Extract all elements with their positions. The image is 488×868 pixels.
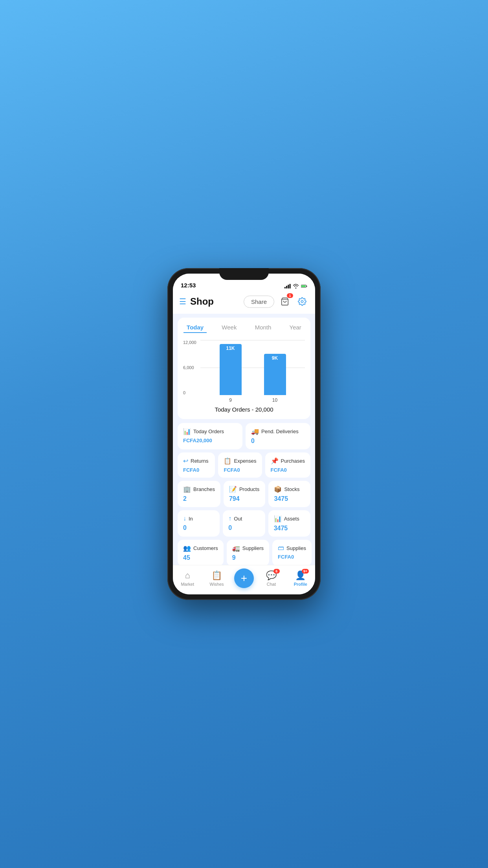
- page-title: Shop: [190, 296, 214, 307]
- card-branches[interactable]: 🏢 Branches 2: [178, 481, 220, 507]
- bar-label-1: 11K: [226, 346, 235, 351]
- bars-row: 11K 9K: [200, 340, 305, 395]
- tab-month[interactable]: Month: [252, 322, 275, 333]
- time-tabs-row: Today Week Month Year: [178, 322, 310, 337]
- chat-icon: 💬 6: [266, 570, 277, 581]
- settings-icon: [298, 297, 306, 306]
- pend-deliveries-title: Pend. Deliveries: [261, 428, 299, 434]
- suppliers-header: 🚛 Suppliers: [232, 544, 264, 552]
- supplies-header: 🗃 Supplies: [278, 544, 306, 552]
- bar-1: 11K: [220, 344, 242, 395]
- x-label-1: 9: [220, 397, 242, 403]
- profile-label: Profile: [294, 582, 307, 587]
- signal-icon: [284, 284, 291, 289]
- card-stocks[interactable]: 📦 Stocks 3475: [268, 481, 310, 507]
- supplies-value: FCFA0: [278, 554, 306, 560]
- bar-group-2: 9K: [264, 354, 286, 395]
- header-right: Share 1: [244, 295, 309, 308]
- card-supplies[interactable]: 🗃 Supplies FCFA0: [272, 540, 312, 565]
- card-today-orders[interactable]: 📊 Today Orders FCFA20,000: [178, 423, 242, 449]
- status-icons: [284, 284, 307, 289]
- bottom-nav: ⌂ Market 📋 Wishes + 💬 6 Chat 👤 9+: [173, 565, 315, 594]
- nav-market[interactable]: ⌂ Market: [176, 570, 199, 587]
- returns-title: Returns: [191, 458, 209, 464]
- out-title: Out: [234, 516, 242, 522]
- card-products[interactable]: 📝 Products 794: [224, 481, 266, 507]
- card-returns[interactable]: ↩ Returns FCFA0: [178, 452, 215, 478]
- card-in[interactable]: ↓ In 0: [178, 510, 220, 537]
- tab-today[interactable]: Today: [183, 322, 207, 333]
- expenses-value: FCFA0: [224, 467, 256, 473]
- main-content: Today Week Month Year 12,000 6,000 0: [173, 314, 315, 565]
- phone-frame: 12:53: [167, 268, 321, 600]
- card-purchases[interactable]: 📌 Purchases FCFA0: [265, 452, 310, 478]
- wishes-label: Wishes: [210, 582, 224, 587]
- customers-header: 👥 Customers: [183, 544, 218, 552]
- x-label-2: 10: [264, 397, 286, 403]
- notch: [219, 268, 269, 280]
- y-label-mid: 6,000: [183, 365, 196, 370]
- purchases-icon: 📌: [271, 457, 279, 465]
- card-customers[interactable]: 👥 Customers 45: [178, 540, 224, 565]
- svg-rect-3: [290, 284, 291, 288]
- purchases-value: FCFA0: [271, 467, 305, 473]
- settings-button[interactable]: [295, 295, 309, 308]
- branches-header: 🏢 Branches: [183, 485, 215, 493]
- svg-rect-2: [288, 285, 289, 288]
- phone-screen: 12:53: [173, 274, 315, 594]
- assets-title: Assets: [284, 516, 299, 522]
- in-icon: ↓: [183, 515, 186, 522]
- menu-icon[interactable]: ☰: [179, 297, 186, 306]
- chart-area: 12,000 6,000 0: [183, 340, 305, 403]
- share-button[interactable]: Share: [244, 296, 274, 308]
- card-pend-deliveries[interactable]: 🚚 Pend. Deliveries 0: [246, 423, 310, 449]
- tab-year[interactable]: Year: [286, 322, 305, 333]
- chat-badge: 6: [273, 569, 280, 574]
- y-label-bottom: 0: [183, 390, 196, 395]
- branches-value: 2: [183, 495, 215, 502]
- add-button[interactable]: +: [234, 568, 254, 588]
- today-orders-title: Today Orders: [193, 428, 224, 434]
- expenses-header: 📋 Expenses: [224, 457, 256, 465]
- svg-rect-0: [284, 287, 286, 289]
- products-title: Products: [239, 486, 259, 492]
- returns-header: ↩ Returns: [183, 457, 209, 465]
- svg-rect-6: [301, 285, 306, 287]
- status-time: 12:53: [181, 282, 196, 289]
- cart-badge: 1: [287, 293, 293, 298]
- cards-row-1: 📊 Today Orders FCFA20,000 🚚 Pend. Delive…: [178, 423, 310, 449]
- out-header: ↑ Out: [228, 515, 259, 522]
- cards-row-5: 👥 Customers 45 🚛 Suppliers 9 🗃 Suppli: [178, 540, 310, 565]
- tab-week[interactable]: Week: [218, 322, 240, 333]
- cards-row-2: ↩ Returns FCFA0 📋 Expenses FCFA0 📌 Pur: [178, 452, 310, 478]
- assets-value: 3475: [274, 525, 305, 532]
- branches-icon: 🏢: [183, 485, 191, 493]
- card-assets[interactable]: 📊 Assets 3475: [268, 510, 310, 537]
- cards-row-4: ↓ In 0 ↑ Out 0 📊 Assets: [178, 510, 310, 537]
- products-value: 794: [229, 495, 260, 502]
- nav-wishes[interactable]: 📋 Wishes: [205, 570, 229, 587]
- card-out[interactable]: ↑ Out 0: [223, 510, 265, 537]
- nav-profile[interactable]: 👤 9+ Profile: [289, 570, 312, 587]
- purchases-title: Purchases: [281, 458, 305, 464]
- today-orders-header: 📊 Today Orders: [183, 428, 237, 435]
- out-value: 0: [228, 524, 259, 531]
- svg-rect-5: [306, 285, 307, 287]
- card-expenses[interactable]: 📋 Expenses FCFA0: [218, 452, 262, 478]
- cards-row-3: 🏢 Branches 2 📝 Products 794 📦 Stocks: [178, 481, 310, 507]
- bar-label-2: 9K: [272, 355, 278, 361]
- returns-value: FCFA0: [183, 467, 209, 473]
- purchases-header: 📌 Purchases: [271, 457, 305, 465]
- bar-2: 9K: [264, 354, 286, 395]
- svg-point-8: [301, 300, 303, 303]
- card-suppliers[interactable]: 🚛 Suppliers 9: [227, 540, 269, 565]
- nav-chat[interactable]: 💬 6 Chat: [259, 570, 283, 587]
- suppliers-title: Suppliers: [242, 545, 264, 551]
- returns-icon: ↩: [183, 457, 188, 465]
- svg-rect-1: [286, 286, 287, 289]
- suppliers-icon: 🚛: [232, 544, 240, 552]
- market-label: Market: [181, 582, 194, 587]
- notification-button[interactable]: 1: [278, 295, 292, 308]
- customers-value: 45: [183, 554, 218, 561]
- header-left: ☰ Shop: [179, 296, 214, 307]
